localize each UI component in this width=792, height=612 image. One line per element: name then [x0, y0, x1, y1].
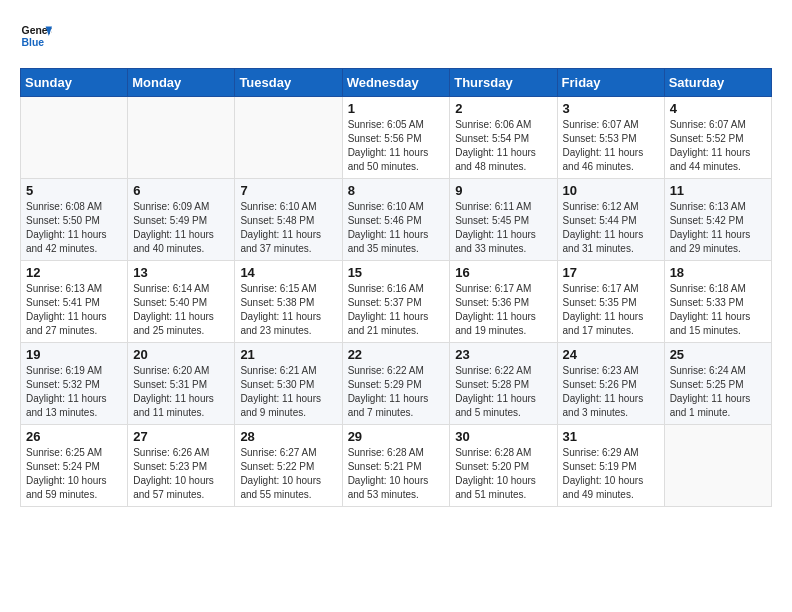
- weekday-header-thursday: Thursday: [450, 69, 557, 97]
- day-info: Sunrise: 6:13 AM Sunset: 5:41 PM Dayligh…: [26, 282, 122, 338]
- calendar-day-25: 25Sunrise: 6:24 AM Sunset: 5:25 PM Dayli…: [664, 343, 771, 425]
- day-info: Sunrise: 6:18 AM Sunset: 5:33 PM Dayligh…: [670, 282, 766, 338]
- day-info: Sunrise: 6:23 AM Sunset: 5:26 PM Dayligh…: [563, 364, 659, 420]
- calendar-week-row: 5Sunrise: 6:08 AM Sunset: 5:50 PM Daylig…: [21, 179, 772, 261]
- day-number: 7: [240, 183, 336, 198]
- day-number: 28: [240, 429, 336, 444]
- day-number: 27: [133, 429, 229, 444]
- day-number: 20: [133, 347, 229, 362]
- day-number: 11: [670, 183, 766, 198]
- calendar-empty-cell: [128, 97, 235, 179]
- calendar-day-16: 16Sunrise: 6:17 AM Sunset: 5:36 PM Dayli…: [450, 261, 557, 343]
- day-info: Sunrise: 6:17 AM Sunset: 5:36 PM Dayligh…: [455, 282, 551, 338]
- page-header: General Blue: [20, 20, 772, 52]
- day-number: 22: [348, 347, 445, 362]
- day-info: Sunrise: 6:15 AM Sunset: 5:38 PM Dayligh…: [240, 282, 336, 338]
- day-info: Sunrise: 6:17 AM Sunset: 5:35 PM Dayligh…: [563, 282, 659, 338]
- day-number: 19: [26, 347, 122, 362]
- calendar-day-8: 8Sunrise: 6:10 AM Sunset: 5:46 PM Daylig…: [342, 179, 450, 261]
- calendar-day-11: 11Sunrise: 6:13 AM Sunset: 5:42 PM Dayli…: [664, 179, 771, 261]
- day-number: 15: [348, 265, 445, 280]
- calendar-day-27: 27Sunrise: 6:26 AM Sunset: 5:23 PM Dayli…: [128, 425, 235, 507]
- calendar-day-7: 7Sunrise: 6:10 AM Sunset: 5:48 PM Daylig…: [235, 179, 342, 261]
- day-info: Sunrise: 6:27 AM Sunset: 5:22 PM Dayligh…: [240, 446, 336, 502]
- calendar-day-23: 23Sunrise: 6:22 AM Sunset: 5:28 PM Dayli…: [450, 343, 557, 425]
- day-info: Sunrise: 6:28 AM Sunset: 5:21 PM Dayligh…: [348, 446, 445, 502]
- day-info: Sunrise: 6:14 AM Sunset: 5:40 PM Dayligh…: [133, 282, 229, 338]
- day-info: Sunrise: 6:10 AM Sunset: 5:46 PM Dayligh…: [348, 200, 445, 256]
- day-number: 4: [670, 101, 766, 116]
- day-info: Sunrise: 6:24 AM Sunset: 5:25 PM Dayligh…: [670, 364, 766, 420]
- logo-icon: General Blue: [20, 20, 52, 52]
- day-info: Sunrise: 6:12 AM Sunset: 5:44 PM Dayligh…: [563, 200, 659, 256]
- day-info: Sunrise: 6:22 AM Sunset: 5:28 PM Dayligh…: [455, 364, 551, 420]
- logo: General Blue: [20, 20, 56, 52]
- day-number: 16: [455, 265, 551, 280]
- calendar-day-9: 9Sunrise: 6:11 AM Sunset: 5:45 PM Daylig…: [450, 179, 557, 261]
- calendar-day-19: 19Sunrise: 6:19 AM Sunset: 5:32 PM Dayli…: [21, 343, 128, 425]
- day-number: 5: [26, 183, 122, 198]
- day-number: 13: [133, 265, 229, 280]
- day-number: 23: [455, 347, 551, 362]
- day-info: Sunrise: 6:11 AM Sunset: 5:45 PM Dayligh…: [455, 200, 551, 256]
- day-info: Sunrise: 6:19 AM Sunset: 5:32 PM Dayligh…: [26, 364, 122, 420]
- calendar-day-14: 14Sunrise: 6:15 AM Sunset: 5:38 PM Dayli…: [235, 261, 342, 343]
- weekday-header-tuesday: Tuesday: [235, 69, 342, 97]
- calendar-day-22: 22Sunrise: 6:22 AM Sunset: 5:29 PM Dayli…: [342, 343, 450, 425]
- day-info: Sunrise: 6:22 AM Sunset: 5:29 PM Dayligh…: [348, 364, 445, 420]
- day-number: 12: [26, 265, 122, 280]
- day-number: 30: [455, 429, 551, 444]
- calendar-day-31: 31Sunrise: 6:29 AM Sunset: 5:19 PM Dayli…: [557, 425, 664, 507]
- weekday-header-friday: Friday: [557, 69, 664, 97]
- calendar-week-row: 19Sunrise: 6:19 AM Sunset: 5:32 PM Dayli…: [21, 343, 772, 425]
- calendar-day-26: 26Sunrise: 6:25 AM Sunset: 5:24 PM Dayli…: [21, 425, 128, 507]
- day-info: Sunrise: 6:06 AM Sunset: 5:54 PM Dayligh…: [455, 118, 551, 174]
- calendar-day-2: 2Sunrise: 6:06 AM Sunset: 5:54 PM Daylig…: [450, 97, 557, 179]
- calendar-empty-cell: [235, 97, 342, 179]
- day-number: 29: [348, 429, 445, 444]
- day-number: 14: [240, 265, 336, 280]
- day-info: Sunrise: 6:28 AM Sunset: 5:20 PM Dayligh…: [455, 446, 551, 502]
- day-number: 1: [348, 101, 445, 116]
- calendar-day-13: 13Sunrise: 6:14 AM Sunset: 5:40 PM Dayli…: [128, 261, 235, 343]
- calendar-day-5: 5Sunrise: 6:08 AM Sunset: 5:50 PM Daylig…: [21, 179, 128, 261]
- day-number: 26: [26, 429, 122, 444]
- calendar-week-row: 12Sunrise: 6:13 AM Sunset: 5:41 PM Dayli…: [21, 261, 772, 343]
- weekday-header-monday: Monday: [128, 69, 235, 97]
- day-info: Sunrise: 6:07 AM Sunset: 5:52 PM Dayligh…: [670, 118, 766, 174]
- day-info: Sunrise: 6:29 AM Sunset: 5:19 PM Dayligh…: [563, 446, 659, 502]
- day-info: Sunrise: 6:16 AM Sunset: 5:37 PM Dayligh…: [348, 282, 445, 338]
- calendar-week-row: 26Sunrise: 6:25 AM Sunset: 5:24 PM Dayli…: [21, 425, 772, 507]
- day-info: Sunrise: 6:08 AM Sunset: 5:50 PM Dayligh…: [26, 200, 122, 256]
- calendar-day-21: 21Sunrise: 6:21 AM Sunset: 5:30 PM Dayli…: [235, 343, 342, 425]
- day-number: 18: [670, 265, 766, 280]
- day-info: Sunrise: 6:13 AM Sunset: 5:42 PM Dayligh…: [670, 200, 766, 256]
- day-info: Sunrise: 6:20 AM Sunset: 5:31 PM Dayligh…: [133, 364, 229, 420]
- calendar-day-17: 17Sunrise: 6:17 AM Sunset: 5:35 PM Dayli…: [557, 261, 664, 343]
- calendar-day-15: 15Sunrise: 6:16 AM Sunset: 5:37 PM Dayli…: [342, 261, 450, 343]
- calendar-day-18: 18Sunrise: 6:18 AM Sunset: 5:33 PM Dayli…: [664, 261, 771, 343]
- day-number: 24: [563, 347, 659, 362]
- svg-text:Blue: Blue: [22, 37, 45, 48]
- calendar-day-4: 4Sunrise: 6:07 AM Sunset: 5:52 PM Daylig…: [664, 97, 771, 179]
- day-number: 10: [563, 183, 659, 198]
- day-info: Sunrise: 6:07 AM Sunset: 5:53 PM Dayligh…: [563, 118, 659, 174]
- day-number: 21: [240, 347, 336, 362]
- calendar-day-20: 20Sunrise: 6:20 AM Sunset: 5:31 PM Dayli…: [128, 343, 235, 425]
- day-info: Sunrise: 6:10 AM Sunset: 5:48 PM Dayligh…: [240, 200, 336, 256]
- day-number: 2: [455, 101, 551, 116]
- calendar-day-3: 3Sunrise: 6:07 AM Sunset: 5:53 PM Daylig…: [557, 97, 664, 179]
- calendar-empty-cell: [21, 97, 128, 179]
- day-info: Sunrise: 6:21 AM Sunset: 5:30 PM Dayligh…: [240, 364, 336, 420]
- calendar-day-28: 28Sunrise: 6:27 AM Sunset: 5:22 PM Dayli…: [235, 425, 342, 507]
- calendar-day-12: 12Sunrise: 6:13 AM Sunset: 5:41 PM Dayli…: [21, 261, 128, 343]
- day-info: Sunrise: 6:05 AM Sunset: 5:56 PM Dayligh…: [348, 118, 445, 174]
- day-info: Sunrise: 6:26 AM Sunset: 5:23 PM Dayligh…: [133, 446, 229, 502]
- day-number: 31: [563, 429, 659, 444]
- day-number: 3: [563, 101, 659, 116]
- weekday-header-sunday: Sunday: [21, 69, 128, 97]
- weekday-header-wednesday: Wednesday: [342, 69, 450, 97]
- day-info: Sunrise: 6:09 AM Sunset: 5:49 PM Dayligh…: [133, 200, 229, 256]
- day-number: 9: [455, 183, 551, 198]
- day-number: 6: [133, 183, 229, 198]
